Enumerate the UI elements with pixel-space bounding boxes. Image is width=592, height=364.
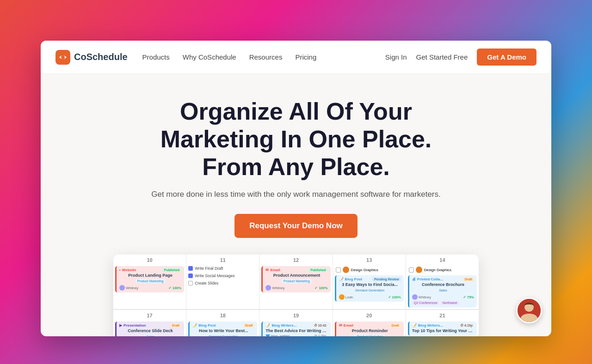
calendar-bottom-row: 17 ▶ Presentation Draft Conference Slide… [113,309,479,336]
logo[interactable]: CoSchedule [56,50,128,65]
logo-icon [56,50,70,65]
cal-day-19: 19 📝 Blog Writers... ⏱ 10:42 The Best Ad… [259,310,333,336]
nav-pricing[interactable]: Pricing [295,53,316,61]
card-product-reminder: ✉ Email Draft Product Reminder Product M… [335,322,404,336]
card-how-to-write: 📝 Blog Post Draft How to Write Your Best… [188,322,257,336]
calendar-top-row: 10 ▪ Website Published Product Landing P… [113,255,479,309]
cal-day-11: 11 Write Final Draft Write Social Messag… [186,255,259,309]
cal-day-18: 18 📝 Blog Post Draft How to Write Your B… [186,310,259,336]
calendar-preview: 10 ▪ Website Published Product Landing P… [113,255,479,336]
navbar: CoSchedule Products Why CoSchedule Resou… [41,41,551,74]
cal-day-10: 10 ▪ Website Published Product Landing P… [113,255,186,309]
card-conference-slide: ▶ Presentation Draft Conference Slide De… [115,322,184,336]
task-write-final: Write Final Draft [186,265,259,272]
hero-cta-button[interactable]: Request Your Demo Now [234,214,358,238]
sign-in-link[interactable]: Sign In [385,53,407,61]
get-started-link[interactable]: Get Started Free [416,53,468,61]
nav-why[interactable]: Why CoSchedule [183,53,236,61]
cal-day-14: 14 Design Graphics 🖨 Printed Colla... Dr… [406,255,479,309]
card-easy-ways: 📝 Blog Post Pending Review 3 Easy Ways t… [335,275,404,302]
task-write-social: Write Social Messages [186,272,259,279]
hero-section: Organize All Of Your Marketing In One Pl… [41,74,551,336]
logo-text: CoSchedule [74,52,128,62]
nav-links: Products Why CoSchedule Resources Pricin… [142,53,385,61]
hero-subtitle: Get more done in less time with the only… [151,190,440,199]
card-top-10-tips: 📝 Blog Writers... ⏱ 4:15p Top 10 Tips fo… [408,322,477,336]
hero-title: Organize All Of Your Marketing In One Pl… [130,98,462,181]
task-create-slides: Create Slides [186,279,259,287]
nav-resources[interactable]: Resources [249,53,283,61]
cal-day-17: 17 ▶ Presentation Draft Conference Slide… [113,310,186,336]
cal-day-12: 12 ✉ Email Published Product Announcemen… [259,255,333,309]
cal-day-13: 13 Design Graphics 📝 Blog Post Pending R… [333,255,406,309]
card-product-landing: ▪ Website Published Product Landing Page… [115,266,184,292]
nav-products[interactable]: Products [142,53,170,61]
main-container: CoSchedule Products Why CoSchedule Resou… [41,41,551,336]
cal-day-20: 20 ✉ Email Draft Product Reminder Produc… [333,310,406,336]
card-product-announcement: ✉ Email Published Product Announcement P… [261,266,330,292]
get-demo-button[interactable]: Get A Demo [477,49,536,66]
card-conference-brochure: 🖨 Printed Colla... Draft Conference Broc… [408,275,477,308]
cal-day-21: 21 📝 Blog Writers... ⏱ 4:15p Top 10 Tips… [406,310,479,336]
nav-right: Sign In Get Started Free Get A Demo [385,49,536,66]
floating-avatar [516,297,542,323]
card-best-advice: 📝 Blog Writers... ⏱ 10:42 The Best Advic… [261,322,330,336]
svg-point-1 [61,55,65,59]
